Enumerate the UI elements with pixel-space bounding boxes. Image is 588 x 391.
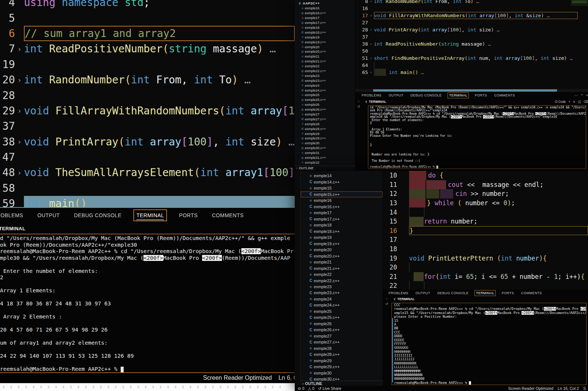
file-item-exmple17[interactable]: ≡exmple17: [301, 210, 383, 216]
fold-icon[interactable]: ›: [15, 168, 24, 177]
panel-tab-problems[interactable]: PROBLEMS: [387, 290, 409, 296]
file-item-exmple18-c-[interactable]: Cexmple18.c++: [295, 30, 355, 35]
panel-tab-output[interactable]: OUTPUT: [414, 290, 431, 296]
file-item-exmple19[interactable]: ≡exmple19: [301, 234, 383, 240]
file-item-exmple30[interactable]: ≡exmple30: [295, 141, 355, 146]
file-item-exmple22[interactable]: ≡exmple22: [301, 271, 383, 277]
file-item-exmple17[interactable]: ≡exmple17: [295, 16, 355, 21]
panel-tab-comments[interactable]: COMMENTS: [520, 290, 543, 296]
file-item-exmple18[interactable]: ≡exmple18: [301, 222, 383, 228]
file-item-exmple20[interactable]: ≡exmple20: [295, 44, 355, 49]
file-item-exmple29[interactable]: ≡exmple29: [301, 358, 383, 364]
panel-tab-problems[interactable]: PROBLEMS: [360, 93, 383, 98]
outline-section[interactable]: ›OUTLINE: [295, 166, 355, 170]
history-icon[interactable]: ↺: [384, 302, 389, 306]
panel-tab-output[interactable]: OUTPUT: [35, 210, 62, 221]
file-item-exmple26[interactable]: ≡exmple26: [301, 321, 383, 327]
file-item-exmple27[interactable]: ≡exmple27: [295, 112, 355, 117]
fold-icon[interactable]: ›: [368, 13, 374, 18]
file-item-exmple16-c-[interactable]: Cexmple16.c++: [295, 11, 355, 16]
file-item-exmple17-c-[interactable]: Cexmple17.c++: [301, 216, 383, 222]
editor-top-right[interactable]: 8›int RandomNumber(int From, int To) …16…: [355, 0, 588, 89]
panel-tab-terminal[interactable]: TERMINAL: [133, 209, 167, 221]
file-item-exmple18-c-[interactable]: Cexmple18.c++: [301, 228, 383, 234]
warning-indicator[interactable]: △0: [308, 386, 315, 391]
status-screen-reader[interactable]: Screen Reader Optimized: [203, 375, 272, 381]
file-item-exmple21[interactable]: ≡exmple21: [295, 54, 355, 59]
chevron-down-icon[interactable]: ∨: [393, 297, 396, 301]
fold-icon[interactable]: ›: [15, 76, 24, 84]
file-item-exmple24[interactable]: ≡exmple24: [301, 296, 383, 302]
file-item-exmple16-c-[interactable]: Cexmple16.c++: [301, 204, 383, 210]
file-item-exmple14-c-[interactable]: Cexmple14.c++: [301, 179, 383, 185]
editor-left[interactable]: 4using namespace std;56// sum array1 and…: [0, 0, 295, 207]
file-item-exmple23[interactable]: ≡exmple23: [295, 73, 355, 78]
chevron-right-icon[interactable]: ›: [384, 297, 389, 301]
panel-tab-debug-console[interactable]: DEBUG CONSOLE: [409, 93, 443, 98]
panel-tab-comments[interactable]: COMMENTS: [493, 93, 516, 98]
file-item-exmple31[interactable]: ≡exmple31: [295, 151, 355, 156]
file-item-exmple20[interactable]: ≡exmple20: [301, 247, 383, 253]
status-cursor-position[interactable]: Ln 16, Col 2: [558, 386, 579, 391]
file-item-exmple18[interactable]: ≡exmple18: [295, 25, 355, 30]
chevron-down-icon[interactable]: ∨: [573, 100, 575, 104]
file-item-exmple32[interactable]: ≡exmple32: [295, 160, 355, 165]
file-item-exmple22-c-[interactable]: Cexmple22.c++: [301, 277, 383, 283]
terminal-left[interactable]: d "/Users/reemsalah/Dropbox/My Mac (MacB…: [0, 234, 295, 373]
shell-selector[interactable]: ⊡ Code: [555, 100, 566, 104]
file-item-exmple22-c-[interactable]: Cexmple22.c++: [295, 69, 355, 74]
file-item-exmple27[interactable]: ≡exmple27: [301, 333, 383, 339]
file-item-exmple21-c-[interactable]: Cexmple21.c++: [301, 265, 383, 271]
panel-tab-ports[interactable]: PORTS: [177, 210, 200, 221]
file-item-exmple29[interactable]: ≡exmple29: [295, 131, 355, 136]
file-item-exmple20-c-[interactable]: Cexmple20.c++: [295, 49, 355, 54]
file-item-exmple29-c-[interactable]: Cexmple29.c++: [295, 136, 355, 141]
file-item-exmple23-c-[interactable]: Cexmple23.c++: [301, 290, 383, 296]
fold-icon[interactable]: ›: [368, 56, 374, 60]
fold-icon[interactable]: ›: [15, 137, 24, 146]
live-share-button[interactable]: ↺Live Share: [318, 386, 341, 391]
fold-icon[interactable]: ›: [368, 0, 374, 3]
split-terminal-icon[interactable]: ◫: [578, 100, 581, 104]
file-item-exmple19-c-[interactable]: Cexmple19.c++: [295, 40, 355, 44]
status-screen-reader[interactable]: Screen Reader Optimized: [508, 386, 553, 391]
file-item-exmple19-c-[interactable]: Cexmple19.c++: [301, 240, 383, 246]
file-item-exmple15[interactable]: ≡exmple15: [301, 185, 383, 191]
error-indicator[interactable]: ⊘0: [298, 386, 304, 391]
file-item-exmple26[interactable]: ≡exmple26: [295, 102, 355, 107]
file-item-exmple15-c-[interactable]: Cexmple15.c++: [301, 191, 383, 197]
file-item-exmple28[interactable]: ≡exmple28: [301, 345, 383, 351]
file-item-exmple29-c-[interactable]: Cexmple29.c++: [301, 364, 383, 370]
panel-tab-debug-console[interactable]: DEBUG CONSOLE: [436, 290, 470, 296]
panel-tab-terminal[interactable]: TERMINAL: [474, 290, 496, 296]
file-item-exmple24-c-[interactable]: Cexmple24.c++: [295, 88, 355, 93]
fold-icon[interactable]: ›: [368, 28, 374, 32]
file-item-exmple28-c-[interactable]: Cexmple28.c++: [295, 126, 355, 131]
file-item-exmple28[interactable]: ≡exmple28: [295, 121, 355, 126]
panel-tab-terminal[interactable]: TERMINAL: [448, 92, 469, 98]
file-item-exmple30-c-[interactable]: Cexmple30.c++: [295, 146, 355, 151]
file-item-exmple26-c-[interactable]: Cexmple26.c++: [301, 327, 383, 333]
chevron-down-icon[interactable]: ∨: [365, 100, 368, 104]
file-item-exmple22[interactable]: ≡exmple22: [295, 64, 355, 69]
scrollbar-thumb[interactable]: [373, 89, 557, 92]
file-item-exmple31-c-[interactable]: Cexmple31.c++: [295, 156, 355, 160]
file-item-exmple21[interactable]: ≡exmple21: [301, 259, 383, 265]
file-item-exmple25-c-[interactable]: Cexmple25.c++: [295, 98, 355, 102]
file-item-exmple19[interactable]: ≡exmple19: [295, 35, 355, 40]
file-item-exmple25[interactable]: ≡exmple25: [295, 93, 355, 98]
file-item-exmple25-c-[interactable]: Cexmple25.c++: [301, 314, 383, 320]
new-terminal-icon[interactable]: +: [569, 100, 570, 104]
terminal-top-right[interactable]: cd "/Users/reemsalah/Dropbox/My Mac (Mac…: [368, 105, 586, 169]
editor-bottom-right[interactable]: 10do {11cout << massage << endl;12cin >>…: [383, 171, 588, 290]
close-icon[interactable]: ×: [586, 93, 588, 97]
file-item-exmple27-c-[interactable]: Cexmple27.c++: [301, 339, 383, 345]
status-extra[interactable]: S: [583, 386, 586, 391]
file-item-exmple24-c-[interactable]: Cexmple24.c++: [301, 302, 383, 308]
file-item-exmple30-c-[interactable]: Cexmple30.c++: [301, 376, 383, 381]
fold-icon[interactable]: ›: [15, 106, 24, 115]
file-item-exmple21-c-[interactable]: Cexmple21.c++: [295, 59, 355, 64]
file-item-exmple23-c-[interactable]: Cexmple23.c++: [295, 78, 355, 83]
file-item-exmple25[interactable]: ≡exmple25: [301, 308, 383, 314]
file-item-exmple14[interactable]: ≡exmple14: [301, 173, 383, 179]
